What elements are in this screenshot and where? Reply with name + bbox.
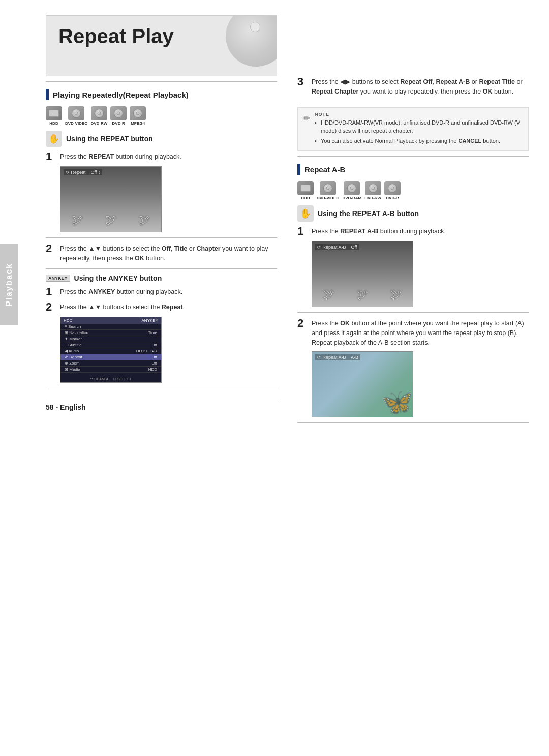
section1-heading-container: Playing Repeatedly(Repeat Playback) — [46, 89, 277, 102]
side-tab-label: Playback — [5, 263, 14, 306]
subsection-anykey: ANYKEY Using the ANYKEY button — [46, 274, 277, 282]
step2-text: Press the ▲▼ buttons to select the Off, … — [60, 243, 277, 263]
divider-right-1 — [297, 102, 529, 102]
dvdvideo-label: DVD-VIDEO — [65, 122, 87, 126]
mpeg4-label: MPEG4 — [131, 122, 145, 126]
right-column: 3 Press the ◀▶ buttons to select Repeat … — [297, 15, 529, 428]
hand-icon-2: ✋ — [297, 205, 314, 222]
menu-row-audio: ◀ Audio DD 2.0 L▸R — [60, 348, 161, 354]
step3-text: Press the ◀▶ buttons to select Repeat Of… — [312, 76, 529, 97]
dvdvideo-disc — [72, 109, 81, 118]
hdd2-label: HDD — [301, 196, 310, 200]
dvdvideo2-disc — [323, 184, 332, 193]
section2-heading-container: Repeat A-B — [297, 164, 529, 177]
screen-ab1-overlay: ⟳ Repeat A-B Off — [315, 244, 359, 250]
note-item-2: You can also activate Normal Playback by… — [315, 137, 523, 145]
divider-footer-left — [46, 388, 277, 388]
step2-ab: 2 Press the OK button at the point where… — [297, 318, 529, 347]
dvdrw-disc — [95, 109, 104, 118]
dvdvideo2-label: DVD-VIDEO — [317, 196, 339, 200]
device-icons-2: HDD DVD-VIDEO DVD-RAM — [297, 181, 529, 200]
dvdrw-label: DVD-RW — [90, 122, 107, 126]
menu-footer-select: ⊡ SELECT — [113, 377, 131, 381]
mpeg4-shape — [130, 106, 146, 120]
subsection-repeat-ab: ✋ Using the REPEAT A-B button — [297, 205, 529, 222]
subsection-ab-heading: Using the REPEAT A-B button — [318, 209, 419, 218]
menu-row-nav-label: ⊞ Navigation — [65, 330, 88, 335]
title-block: Repeat Play — [46, 15, 277, 76]
menu-row-subtitle-val: Off — [151, 343, 157, 347]
screen1-overlay: ⟳ Repeat Off ↕ — [64, 169, 102, 175]
menu-row-search-label: ≡ Search — [65, 324, 81, 329]
divider-right-2 — [297, 156, 529, 157]
bird-group-1: 🕊 🕊 🕊 — [60, 214, 161, 227]
menu-row-zoom: ⊕ Zoom Off — [60, 360, 161, 367]
menu-row-marker-label: ✦ Marker — [65, 337, 82, 341]
step1-repeat: 1 Press the REPEAT button during playbac… — [46, 151, 277, 162]
page-number: 58 - English — [46, 403, 86, 411]
menu-header-left: HDD — [64, 318, 72, 323]
bird-group-2: 🕊 🕊 🕊 — [312, 288, 413, 301]
note-label: NOTE — [315, 112, 523, 117]
device-icon2-dvdrw: DVD-RW — [364, 181, 381, 200]
divider-3 — [46, 268, 277, 269]
step3-right-container: 3 Press the ◀▶ buttons to select Repeat … — [297, 76, 529, 97]
note-item-1: HDD/DVD-RAM/-RW(VR mode), unfinalised DV… — [315, 118, 523, 135]
dvdr2-label: DVD-R — [386, 196, 399, 200]
step3-num: 3 — [297, 76, 308, 87]
step2-ab-num: 2 — [297, 318, 308, 329]
step1-number: 1 — [46, 151, 56, 162]
menu-row-media-label: ⊡ Media — [65, 367, 80, 372]
left-column: Repeat Play Playing Repeatedly(Repeat Pl… — [46, 15, 277, 428]
dvdram-shape — [344, 181, 360, 195]
menu-row-zoom-label: ⊕ Zoom — [65, 361, 80, 366]
device-icon2-dvdram: DVD-RAM — [342, 181, 361, 200]
device-icon2-hdd: HDD — [297, 181, 314, 200]
menu-row-search: ≡ Search — [60, 324, 161, 330]
dvdr-label: DVD-R — [112, 122, 125, 126]
menu-footer-change: ** CHANGE — [90, 377, 109, 381]
menu-row-audio-label: ◀ Audio — [65, 349, 79, 353]
blue-bar-1 — [46, 89, 49, 100]
bird-2: 🕊 — [105, 214, 116, 227]
menu-row-navigation: ⊞ Navigation Time — [60, 330, 161, 336]
dvdram-disc — [347, 184, 356, 193]
bird-ab-2: 🕊 — [357, 288, 368, 301]
step1-anykey-text: Press the ANYKEY button during playback. — [60, 286, 182, 297]
step1-text: Press the REPEAT button during playback. — [60, 151, 181, 162]
divider-right-3 — [297, 312, 529, 313]
dvdrw2-label: DVD-RW — [364, 196, 381, 200]
menu-row-repeat-val: Off — [151, 355, 157, 359]
dvdvideo-shape — [68, 106, 84, 120]
step1-anykey: 1 Press the ANYKEY button during playbac… — [46, 286, 277, 297]
device-icon-mpeg4: MPEG4 — [130, 106, 146, 126]
hand-icon: ✋ — [46, 131, 62, 147]
step1-anykey-num: 1 — [46, 286, 56, 297]
note-pencil-icon: ✏ — [303, 113, 311, 124]
dvdram-label: DVD-RAM — [342, 196, 361, 200]
dvdr-shape — [110, 106, 127, 120]
page-footer: 58 - English — [46, 399, 277, 411]
dvdrw2-disc — [369, 184, 378, 193]
divider-1 — [46, 81, 277, 82]
note-box: ✏ NOTE HDD/DVD-RAM/-RW(VR mode), unfinal… — [297, 107, 529, 152]
menu-footer: ** CHANGE ⊡ SELECT — [60, 377, 161, 381]
menu-header: HDD ANYKEY — [60, 317, 161, 324]
side-tab: Playback — [0, 244, 18, 325]
screen-mock-1: ⟳ Repeat Off ↕ 🕊 🕊 🕊 — [60, 166, 162, 232]
menu-row-marker: ✦ Marker — [60, 336, 161, 342]
step3-right: 3 Press the ◀▶ buttons to select Repeat … — [297, 76, 529, 97]
bird-3: 🕊 — [139, 214, 150, 227]
step2-number: 2 — [46, 243, 56, 254]
note-text: HDD/DVD-RAM/-RW(VR mode), unfinalised DV… — [315, 118, 523, 145]
bird-ab-3: 🕊 — [390, 288, 402, 301]
divider-2 — [46, 237, 277, 238]
subsection1-heading: Using the REPEAT button — [66, 135, 153, 143]
section1-heading: Playing Repeatedly(Repeat Playback) — [53, 90, 189, 99]
subsection2-heading: Using the ANYKEY button — [74, 274, 162, 282]
step1-ab: 1 Press the REPEAT A-B button during pla… — [297, 226, 529, 237]
screen-ab-2: ⟳ Repeat A-B A-B 🦋 — [312, 351, 413, 417]
hdd-symbol — [49, 110, 59, 117]
menu-row-subtitle-label: □ Subtitle — [65, 343, 82, 347]
device-icon-dvdvideo: DVD-VIDEO — [65, 106, 87, 126]
